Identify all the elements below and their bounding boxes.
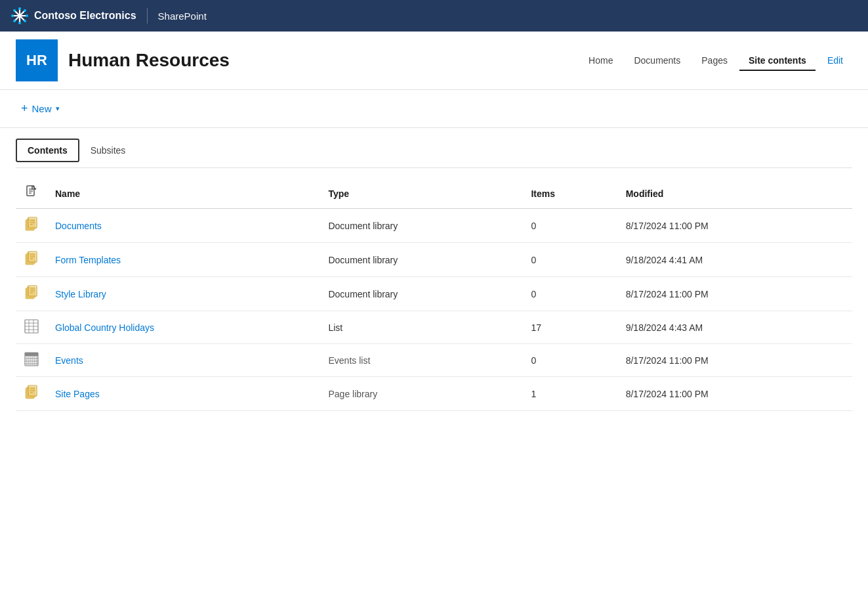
app-logo: Contoso Electronics xyxy=(10,7,136,25)
table-row: Style Library Document library 0 8/17/20… xyxy=(16,277,852,311)
row-modified: 9/18/2024 4:41 AM xyxy=(618,243,852,277)
svg-point-7 xyxy=(26,14,28,17)
tab-contents[interactable]: Contents xyxy=(16,139,79,162)
app-name: SharePoint xyxy=(158,11,207,22)
row-name[interactable]: Documents xyxy=(47,209,320,243)
doc-lib-icon xyxy=(24,285,39,301)
svg-point-5 xyxy=(18,22,21,24)
main-content: Contents Subsites Name Typ xyxy=(0,128,868,422)
col-header-type: Type xyxy=(320,179,523,209)
doc-lib-icon xyxy=(24,217,39,232)
row-icon-cell xyxy=(16,243,47,277)
row-name[interactable]: Events xyxy=(47,344,320,377)
table-row: Form Templates Document library 0 9/18/2… xyxy=(16,243,852,277)
events-icon xyxy=(24,352,39,366)
col-header-icon xyxy=(16,179,47,209)
plus-icon: + xyxy=(21,102,28,116)
table-row: Events Events list 0 8/17/2024 11:00 PM xyxy=(16,344,852,377)
site-navigation: Home Documents Pages Site contents Edit xyxy=(569,50,852,71)
row-icon-cell xyxy=(16,209,47,243)
row-modified: 9/18/2024 4:43 AM xyxy=(618,311,852,344)
svg-point-10 xyxy=(24,9,26,12)
row-type: Page library xyxy=(320,377,523,411)
col-header-items: Items xyxy=(523,179,617,209)
tab-divider xyxy=(16,167,852,168)
svg-point-11 xyxy=(13,20,16,22)
row-modified: 8/17/2024 11:00 PM xyxy=(618,209,852,243)
table-header-row: Name Type Items Modified xyxy=(16,179,852,209)
row-type: Document library xyxy=(320,243,523,277)
row-name[interactable]: Global Country Holidays xyxy=(47,311,320,344)
top-navigation-bar: Contoso Electronics SharePoint xyxy=(0,0,868,32)
table-row: Global Country Holidays List 17 9/18/202… xyxy=(16,311,852,344)
row-modified: 8/17/2024 11:00 PM xyxy=(618,344,852,377)
row-icon-cell xyxy=(16,377,47,411)
new-button[interactable]: + New ▾ xyxy=(16,98,65,120)
row-items: 0 xyxy=(523,344,617,377)
row-items: 0 xyxy=(523,243,617,277)
site-title: Human Resources xyxy=(68,50,230,71)
col-header-modified: Modified xyxy=(618,179,852,209)
contents-table: Name Type Items Modified xyxy=(16,179,852,411)
row-items: 0 xyxy=(523,209,617,243)
row-type: List xyxy=(320,311,523,344)
row-icon-cell xyxy=(16,311,47,344)
svg-rect-42 xyxy=(25,353,38,356)
nav-item-documents[interactable]: Documents xyxy=(625,50,690,71)
table-row: Site Pages Page library 1 8/17/2024 11:0… xyxy=(16,377,852,411)
row-items: 17 xyxy=(523,311,617,344)
svg-point-4 xyxy=(18,7,21,10)
row-items: 0 xyxy=(523,277,617,311)
row-icon-cell xyxy=(16,277,47,311)
nav-item-edit[interactable]: Edit xyxy=(818,50,852,71)
row-modified: 8/17/2024 11:00 PM xyxy=(618,377,852,411)
tab-subsites[interactable]: Subsites xyxy=(79,139,137,162)
row-modified: 8/17/2024 11:00 PM xyxy=(618,277,852,311)
col-header-name: Name xyxy=(47,179,320,209)
svg-point-8 xyxy=(13,9,16,12)
topbar-divider xyxy=(147,8,148,24)
nav-item-site-contents[interactable]: Site contents xyxy=(739,50,816,71)
row-icon-cell xyxy=(16,344,47,377)
contoso-logo-icon xyxy=(10,7,29,25)
svg-point-6 xyxy=(11,14,14,17)
site-header: HR Human Resources Home Documents Pages … xyxy=(0,32,868,90)
site-logo: HR xyxy=(16,39,58,81)
company-name: Contoso Electronics xyxy=(34,10,136,22)
row-type: Events list xyxy=(320,344,523,377)
nav-item-home[interactable]: Home xyxy=(579,50,622,71)
nav-item-pages[interactable]: Pages xyxy=(692,50,737,71)
tab-bar: Contents Subsites xyxy=(16,139,852,162)
document-header-icon xyxy=(25,185,38,200)
row-type: Document library xyxy=(320,209,523,243)
list-icon xyxy=(24,319,39,334)
page-lib-icon xyxy=(24,385,39,401)
toolbar: + New ▾ xyxy=(0,90,868,128)
chevron-down-icon: ▾ xyxy=(56,104,60,113)
new-button-label: New xyxy=(32,103,52,114)
table-row: Documents Document library 0 8/17/2024 1… xyxy=(16,209,852,243)
row-name[interactable]: Site Pages xyxy=(47,377,320,411)
site-logo-initials: HR xyxy=(26,52,47,69)
row-items: 1 xyxy=(523,377,617,411)
row-name[interactable]: Style Library xyxy=(47,277,320,311)
doc-lib-icon xyxy=(24,251,39,267)
row-type: Document library xyxy=(320,277,523,311)
svg-point-9 xyxy=(24,20,26,22)
row-name[interactable]: Form Templates xyxy=(47,243,320,277)
